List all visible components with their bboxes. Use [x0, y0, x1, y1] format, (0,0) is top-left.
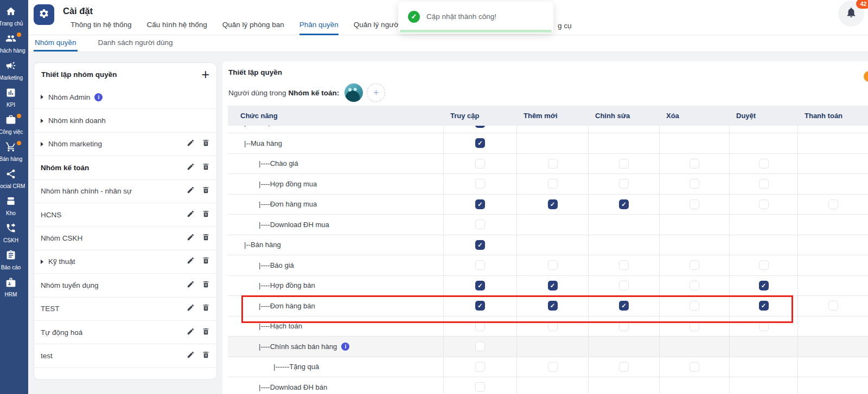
permission-checkbox-unchecked[interactable]	[690, 362, 699, 372]
permission-checkbox-unchecked[interactable]	[619, 281, 629, 290]
group-row[interactable]: test	[34, 344, 216, 367]
permission-checkbox-unchecked[interactable]	[619, 179, 629, 189]
group-row[interactable]: Nhóm Admini	[34, 86, 216, 109]
delete-group-button[interactable]	[202, 233, 210, 243]
info-icon[interactable]: i	[94, 93, 103, 101]
edit-group-button[interactable]	[187, 327, 195, 338]
permission-checkbox-unchecked[interactable]	[759, 159, 769, 169]
permission-checkbox-unchecked[interactable]	[690, 179, 699, 189]
permission-checkbox-unchecked[interactable]	[759, 199, 769, 209]
sub-tab-2[interactable]: Danh sách người dùng	[97, 35, 174, 51]
permission-checkbox-unchecked[interactable]	[828, 199, 838, 209]
permission-checkbox-unchecked[interactable]	[619, 362, 629, 372]
header-tab-1[interactable]: Thông tin hệ thống	[71, 21, 132, 35]
permission-checkbox-checked[interactable]: ✓	[475, 126, 485, 128]
info-icon[interactable]: i	[341, 343, 349, 351]
permission-checkbox-unchecked[interactable]	[548, 159, 558, 169]
permission-checkbox-unchecked[interactable]	[759, 260, 769, 270]
permission-checkbox-unchecked[interactable]	[690, 199, 699, 209]
sidebar-item-cskh[interactable]: CSKH	[0, 220, 28, 246]
edit-group-button[interactable]	[187, 233, 195, 243]
sidebar-item-kpi[interactable]: KPI	[0, 85, 28, 111]
permission-checkbox-checked[interactable]: ✓	[475, 301, 485, 311]
permission-checkbox-checked[interactable]: ✓	[475, 138, 485, 148]
settings-gear-button[interactable]	[34, 4, 54, 25]
permission-checkbox-checked[interactable]: ✓	[548, 301, 558, 311]
delete-group-button[interactable]	[202, 351, 210, 361]
permission-checkbox-checked[interactable]: ✓	[475, 199, 485, 209]
sidebar-item-bán-hàng[interactable]: Bán hàng	[0, 139, 28, 165]
edit-group-button[interactable]	[187, 186, 195, 196]
permission-checkbox-checked[interactable]: ✓	[759, 281, 769, 290]
sidebar-item-marketing[interactable]: Marketing	[0, 57, 28, 83]
expand-arrow-icon[interactable]	[41, 119, 43, 123]
sidebar-item-social-crm[interactable]: Social CRM	[0, 166, 28, 192]
delete-group-button[interactable]	[202, 327, 210, 338]
edit-group-button[interactable]	[187, 139, 195, 149]
permission-checkbox-checked[interactable]: ✓	[548, 281, 558, 290]
delete-group-button[interactable]	[202, 163, 210, 173]
permission-checkbox-unchecked[interactable]	[548, 179, 558, 189]
permission-checkbox-unchecked[interactable]	[690, 281, 699, 290]
group-row[interactable]: Tự động hoá	[34, 321, 216, 344]
add-group-button[interactable]: +	[201, 69, 209, 80]
permission-checkbox-unchecked[interactable]	[475, 341, 485, 351]
expand-arrow-icon[interactable]	[41, 95, 43, 99]
group-row[interactable]: Nhóm tuyển dụng	[34, 274, 216, 297]
permission-checkbox-unchecked[interactable]	[475, 179, 485, 189]
permission-checkbox-checked[interactable]: ✓	[759, 301, 769, 311]
permission-checkbox-unchecked[interactable]	[619, 321, 629, 331]
notifications-button[interactable]: 42	[838, 1, 864, 27]
group-row[interactable]: Nhóm CSKH	[34, 227, 216, 250]
delete-group-button[interactable]	[202, 139, 210, 149]
delete-group-button[interactable]	[202, 210, 210, 220]
header-tab-2[interactable]: Cấu hình hệ thống	[147, 21, 207, 35]
permission-checkbox-unchecked[interactable]	[475, 219, 485, 229]
edit-group-button[interactable]	[187, 210, 195, 220]
group-row[interactable]: Nhóm kế toán	[34, 156, 216, 179]
sidebar-item-hrm[interactable]: HRM	[0, 274, 28, 300]
permission-checkbox-unchecked[interactable]	[475, 321, 485, 331]
permission-checkbox-unchecked[interactable]	[690, 260, 699, 270]
edit-group-button[interactable]	[187, 256, 195, 267]
tab-cong-cu-fragment[interactable]: g cụ	[558, 22, 572, 30]
edit-group-button[interactable]	[187, 351, 195, 361]
sidebar-item-báo-cáo[interactable]: Báo cáo	[0, 247, 28, 273]
sub-tab-1[interactable]: Nhóm quyền	[34, 35, 78, 51]
permission-checkbox-unchecked[interactable]	[475, 362, 485, 372]
delete-group-button[interactable]	[202, 186, 210, 196]
group-row[interactable]: Nhóm kinh doanh	[34, 109, 216, 132]
permission-checkbox-unchecked[interactable]	[619, 260, 629, 270]
permission-checkbox-unchecked[interactable]	[690, 321, 699, 331]
edit-group-button[interactable]	[187, 303, 195, 314]
group-row[interactable]: Nhóm marketing	[34, 133, 216, 156]
permission-checkbox-unchecked[interactable]	[759, 321, 769, 331]
group-row[interactable]: TEST	[34, 298, 216, 321]
header-tab-3[interactable]: Quản lý phòng ban	[222, 21, 284, 35]
group-row[interactable]: Kỹ thuật	[34, 250, 216, 274]
edit-group-button[interactable]	[187, 280, 195, 290]
permission-checkbox-unchecked[interactable]	[548, 260, 558, 270]
sidebar-item-khách-hàng[interactable]: Khách hàng	[0, 30, 28, 56]
add-user-button[interactable]: +	[367, 83, 385, 102]
permission-checkbox-unchecked[interactable]	[548, 362, 558, 372]
edit-group-button[interactable]	[187, 163, 195, 173]
permission-checkbox-checked[interactable]: ✓	[548, 199, 558, 209]
permission-checkbox-unchecked[interactable]	[475, 159, 485, 169]
permission-checkbox-unchecked[interactable]	[690, 301, 699, 311]
sidebar-item-công-việc[interactable]: Công việc	[0, 112, 28, 138]
header-tab-4[interactable]: Phân quyền	[299, 21, 339, 35]
permission-checkbox-unchecked[interactable]	[475, 260, 485, 270]
permission-checkbox-checked[interactable]: ✓	[475, 240, 485, 250]
group-member-avatar[interactable]	[344, 83, 363, 102]
permission-checkbox-unchecked[interactable]	[690, 159, 699, 169]
permission-checkbox-unchecked[interactable]	[759, 179, 769, 189]
permission-checkbox-unchecked[interactable]	[548, 321, 558, 331]
sidebar-item-kho[interactable]: Kho	[0, 193, 28, 219]
group-row[interactable]: HCNS	[34, 203, 216, 227]
permission-checkbox-unchecked[interactable]	[828, 301, 838, 311]
permission-checkbox-checked[interactable]: ✓	[619, 301, 629, 311]
permission-checkbox-unchecked[interactable]	[475, 382, 485, 392]
delete-group-button[interactable]	[202, 256, 210, 267]
expand-arrow-icon[interactable]	[41, 260, 43, 264]
